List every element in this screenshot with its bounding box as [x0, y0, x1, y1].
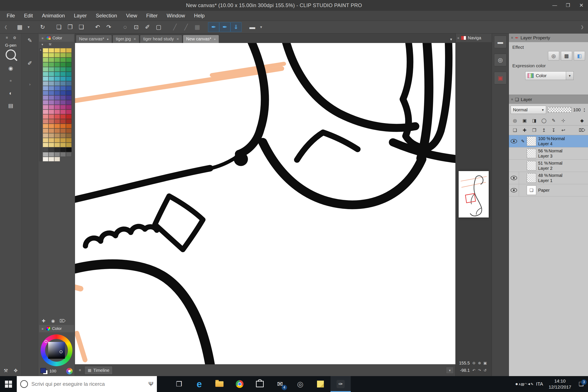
- rotate-right-icon[interactable]: ↷: [477, 368, 482, 373]
- layer-row[interactable]: ✎ ❏ Paper: [509, 184, 588, 196]
- visibility-toggle[interactable]: [509, 135, 519, 147]
- color-swatch[interactable]: [43, 128, 48, 133]
- color-swatch[interactable]: [60, 138, 66, 142]
- document-tab[interactable]: New canvas* ●: [183, 35, 219, 43]
- layer-thumbnail[interactable]: [527, 136, 536, 146]
- panel-menu-icon[interactable]: ≡: [77, 368, 83, 373]
- color-swatch[interactable]: [48, 48, 54, 53]
- color-swatch[interactable]: [60, 53, 66, 58]
- color-swatch[interactable]: [43, 67, 48, 72]
- color-swatch[interactable]: [43, 81, 48, 86]
- color-swatch[interactable]: [54, 53, 60, 58]
- color-swatch[interactable]: [66, 148, 72, 152]
- workspace-dropdown-icon[interactable]: ▾: [25, 22, 32, 32]
- color-swatch[interactable]: [66, 58, 72, 62]
- layer-opacity-slider[interactable]: [548, 107, 572, 112]
- color-swatch[interactable]: [48, 100, 54, 105]
- select-area-icon[interactable]: ⊡: [131, 22, 142, 32]
- color-swatch[interactable]: [60, 67, 66, 72]
- new-canvas-icon[interactable]: ❏: [53, 22, 64, 32]
- document-tab[interactable]: tiger head study ✕: [140, 35, 182, 43]
- color-swatch[interactable]: [54, 114, 60, 119]
- color-swatch[interactable]: [66, 86, 72, 90]
- snap-ruler-icon[interactable]: ╱: [169, 22, 180, 32]
- menu-help[interactable]: Help: [190, 13, 209, 19]
- minimize-button[interactable]: —: [548, 0, 561, 11]
- color-swatch[interactable]: [66, 91, 72, 95]
- color-swatch[interactable]: [48, 96, 54, 100]
- color-swatch[interactable]: [43, 91, 48, 95]
- redo-icon[interactable]: ↷: [103, 22, 114, 32]
- snap-special-ruler-icon[interactable]: ╱: [180, 22, 192, 32]
- color-swatch[interactable]: [48, 119, 54, 124]
- color-swatch[interactable]: [60, 148, 66, 152]
- gradient-tool-icon[interactable]: ◐: [6, 90, 15, 97]
- combine-below-icon[interactable]: ↩: [559, 126, 568, 134]
- deselect-icon[interactable]: ◌: [120, 22, 131, 32]
- toolbar-dropdown-icon[interactable]: ▾: [258, 22, 264, 32]
- snap-grid-icon[interactable]: ▦: [192, 22, 203, 32]
- start-button[interactable]: [0, 376, 17, 392]
- tablet-mode-icon[interactable]: ▤: [521, 382, 524, 386]
- close-button[interactable]: ✕: [575, 0, 588, 11]
- paper-thumbnail[interactable]: ❏: [527, 186, 536, 195]
- new-folder-icon[interactable]: ❐: [530, 126, 538, 134]
- color-swatch[interactable]: [43, 105, 48, 110]
- dropdown-arrow-icon[interactable]: ▾: [40, 42, 45, 47]
- color-swatch[interactable]: [43, 119, 48, 124]
- selection-launcher-icon[interactable]: ▢: [153, 22, 164, 32]
- tab-close-icon[interactable]: ●: [214, 37, 216, 41]
- color-swatch[interactable]: [60, 114, 66, 119]
- new-vector-layer-icon[interactable]: ✚: [520, 126, 529, 134]
- new-raster-layer-icon[interactable]: ❏: [511, 126, 519, 134]
- color-swatch[interactable]: [66, 143, 72, 147]
- collapse-left-icon[interactable]: ❮: [2, 22, 9, 32]
- panel-menu-icon[interactable]: ≡: [511, 36, 513, 40]
- color-swatch[interactable]: [54, 157, 60, 162]
- blend-tool-icon[interactable]: ◉: [6, 64, 15, 72]
- color-swatch[interactable]: [48, 58, 54, 62]
- tone-effect-icon[interactable]: ▩: [561, 51, 572, 60]
- subview-panel-icon[interactable]: ◎: [494, 54, 506, 66]
- color-swatch[interactable]: [48, 67, 54, 72]
- store-button[interactable]: [250, 376, 270, 392]
- color-swatch[interactable]: [43, 86, 48, 90]
- color-swatch[interactable]: [48, 105, 54, 110]
- collapse-right-icon[interactable]: ❯: [579, 22, 586, 32]
- action-center-button[interactable]: ❏ 3: [574, 381, 588, 388]
- color-swatch[interactable]: [43, 53, 48, 58]
- menu-window[interactable]: Window: [162, 13, 189, 19]
- color-swatch[interactable]: [54, 119, 60, 124]
- color-swatch[interactable]: [48, 133, 54, 138]
- color-swatch[interactable]: [48, 138, 54, 142]
- color-swatch[interactable]: [48, 128, 54, 133]
- tab-overflow-icon[interactable]: ▾: [447, 36, 456, 43]
- color-swatch[interactable]: [48, 110, 54, 114]
- blend-mode-dropdown[interactable]: Normal ▾: [511, 106, 546, 114]
- sv-marker[interactable]: [60, 350, 62, 353]
- color-swatch[interactable]: [60, 100, 66, 105]
- panel-menu-icon[interactable]: ≡: [40, 326, 45, 331]
- ruler-range-icon[interactable]: ⊹: [559, 117, 568, 124]
- color-swatch[interactable]: [54, 48, 60, 53]
- layer-thumbnail[interactable]: [527, 161, 536, 170]
- color-swatch[interactable]: [66, 48, 72, 53]
- color-swatch[interactable]: [54, 148, 60, 152]
- color-swatch[interactable]: [54, 72, 60, 76]
- layer-row[interactable]: ✎ 48 %Normal Layer 1: [509, 172, 588, 184]
- color-swatch[interactable]: [66, 138, 72, 142]
- color-swatch[interactable]: [66, 114, 72, 119]
- menu-file[interactable]: File: [2, 13, 20, 19]
- chevron-down-icon[interactable]: ▾: [566, 71, 574, 80]
- color-swatch[interactable]: [43, 152, 48, 157]
- enable-mask-icon[interactable]: ◯: [540, 117, 548, 124]
- color-swatch[interactable]: [66, 100, 72, 105]
- layer-property-header[interactable]: ≡ ✒ Layer Property: [509, 34, 588, 42]
- border-effect-icon[interactable]: ◎: [548, 51, 559, 60]
- visibility-toggle[interactable]: [509, 184, 519, 196]
- panel-menu-icon[interactable]: ≡: [511, 98, 513, 102]
- color-swatch[interactable]: [48, 53, 54, 58]
- color-swatch[interactable]: [54, 62, 60, 67]
- expand-arrow-icon[interactable]: ›: [26, 82, 34, 86]
- visibility-toggle[interactable]: [509, 172, 519, 184]
